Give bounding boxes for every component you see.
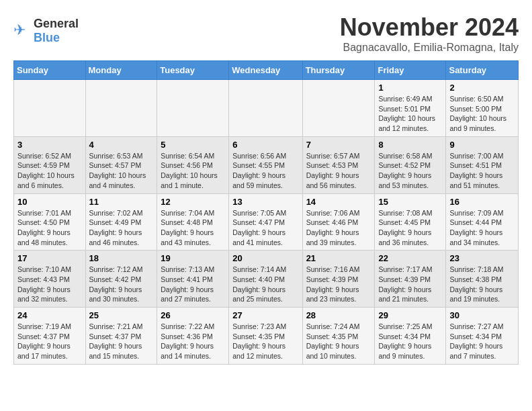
day-number: 17 [17,253,82,263]
logo: ✈ General Blue [13,17,79,45]
day-number: 10 [17,197,82,207]
day-number: 7 [306,140,371,150]
day-info: Sunrise: 7:24 AM Sunset: 4:35 PM Dayligh… [306,322,371,361]
day-info: Sunrise: 7:18 AM Sunset: 4:38 PM Dayligh… [449,265,515,304]
day-cell: 9Sunrise: 7:00 AM Sunset: 4:51 PM Daylig… [446,136,519,193]
header-cell-wednesday: Wednesday [229,61,302,80]
day-info: Sunrise: 7:22 AM Sunset: 4:36 PM Dayligh… [161,322,225,361]
day-number: 22 [378,253,442,263]
day-number: 1 [378,83,442,93]
day-cell: 6Sunrise: 6:56 AM Sunset: 4:55 PM Daylig… [229,136,302,193]
title-section: November 2024 Bagnacavallo, Emilia-Romag… [340,13,519,54]
day-info: Sunrise: 7:17 AM Sunset: 4:39 PM Dayligh… [378,265,442,304]
day-cell: 13Sunrise: 7:05 AM Sunset: 4:47 PM Dayli… [229,193,302,250]
day-cell: 21Sunrise: 7:16 AM Sunset: 4:39 PM Dayli… [302,250,375,308]
day-number: 12 [161,197,225,207]
day-info: Sunrise: 7:25 AM Sunset: 4:34 PM Dayligh… [378,322,442,361]
day-info: Sunrise: 7:21 AM Sunset: 4:37 PM Dayligh… [89,322,154,361]
header-cell-tuesday: Tuesday [157,61,229,80]
day-cell: 12Sunrise: 7:04 AM Sunset: 4:48 PM Dayli… [157,193,229,250]
day-number: 30 [449,310,515,320]
day-info: Sunrise: 7:14 AM Sunset: 4:40 PM Dayligh… [232,265,298,304]
day-cell [14,80,86,137]
calendar-table: SundayMondayTuesdayWednesdayThursdayFrid… [13,60,519,365]
day-number: 29 [378,310,442,320]
day-number: 4 [89,140,154,150]
day-number: 8 [378,140,442,150]
day-number: 6 [232,140,298,150]
day-number: 24 [17,310,82,320]
day-info: Sunrise: 6:56 AM Sunset: 4:55 PM Dayligh… [232,151,298,191]
day-cell: 3Sunrise: 6:52 AM Sunset: 4:59 PM Daylig… [14,136,86,193]
day-cell: 28Sunrise: 7:24 AM Sunset: 4:35 PM Dayli… [302,308,375,365]
day-cell: 14Sunrise: 7:06 AM Sunset: 4:46 PM Dayli… [302,193,375,250]
day-number: 28 [306,310,371,320]
day-cell: 4Sunrise: 6:53 AM Sunset: 4:57 PM Daylig… [85,136,157,193]
day-info: Sunrise: 7:01 AM Sunset: 4:50 PM Dayligh… [17,208,82,248]
day-info: Sunrise: 6:49 AM Sunset: 5:01 PM Dayligh… [378,94,442,134]
day-cell: 11Sunrise: 7:02 AM Sunset: 4:49 PM Dayli… [85,193,157,250]
day-cell: 15Sunrise: 7:08 AM Sunset: 4:45 PM Dayli… [375,193,446,250]
day-cell [85,80,157,137]
day-cell: 25Sunrise: 7:21 AM Sunset: 4:37 PM Dayli… [85,308,157,365]
day-number: 27 [232,310,298,320]
day-cell: 30Sunrise: 7:27 AM Sunset: 4:34 PM Dayli… [446,308,519,365]
day-info: Sunrise: 7:02 AM Sunset: 4:49 PM Dayligh… [89,208,154,248]
day-number: 23 [449,253,515,263]
day-number: 3 [17,140,82,150]
header-cell-saturday: Saturday [446,61,519,80]
day-info: Sunrise: 7:13 AM Sunset: 4:41 PM Dayligh… [161,265,225,304]
header-cell-sunday: Sunday [14,61,86,80]
header-cell-thursday: Thursday [302,61,375,80]
day-cell: 5Sunrise: 6:54 AM Sunset: 4:56 PM Daylig… [157,136,229,193]
day-info: Sunrise: 7:23 AM Sunset: 4:35 PM Dayligh… [232,322,298,361]
day-number: 13 [232,197,298,207]
day-info: Sunrise: 7:04 AM Sunset: 4:48 PM Dayligh… [161,208,225,248]
day-number: 26 [161,310,225,320]
day-info: Sunrise: 6:52 AM Sunset: 4:59 PM Dayligh… [17,151,82,191]
week-row-2: 3Sunrise: 6:52 AM Sunset: 4:59 PM Daylig… [14,136,519,193]
day-cell: 24Sunrise: 7:19 AM Sunset: 4:37 PM Dayli… [14,308,86,365]
logo-blue-text: Blue [34,31,60,44]
day-cell: 7Sunrise: 6:57 AM Sunset: 4:53 PM Daylig… [302,136,375,193]
day-number: 21 [306,253,371,263]
day-cell: 27Sunrise: 7:23 AM Sunset: 4:35 PM Dayli… [229,308,302,365]
day-cell [302,80,375,137]
day-number: 5 [161,140,225,150]
day-number: 11 [89,197,154,207]
day-info: Sunrise: 7:06 AM Sunset: 4:46 PM Dayligh… [306,208,371,248]
day-info: Sunrise: 6:50 AM Sunset: 5:00 PM Dayligh… [449,94,515,134]
day-info: Sunrise: 7:00 AM Sunset: 4:51 PM Dayligh… [449,151,515,191]
day-info: Sunrise: 6:54 AM Sunset: 4:56 PM Dayligh… [161,151,225,191]
day-number: 25 [89,310,154,320]
day-cell: 8Sunrise: 6:58 AM Sunset: 4:52 PM Daylig… [375,136,446,193]
day-cell: 29Sunrise: 7:25 AM Sunset: 4:34 PM Dayli… [375,308,446,365]
day-number: 19 [161,253,225,263]
header-cell-monday: Monday [85,61,157,80]
day-info: Sunrise: 6:58 AM Sunset: 4:52 PM Dayligh… [378,151,442,191]
day-cell [157,80,229,137]
day-info: Sunrise: 7:16 AM Sunset: 4:39 PM Dayligh… [306,265,371,304]
day-cell: 16Sunrise: 7:09 AM Sunset: 4:44 PM Dayli… [446,193,519,250]
day-info: Sunrise: 7:09 AM Sunset: 4:44 PM Dayligh… [449,208,515,248]
week-row-3: 10Sunrise: 7:01 AM Sunset: 4:50 PM Dayli… [14,193,519,250]
day-cell: 1Sunrise: 6:49 AM Sunset: 5:01 PM Daylig… [375,80,446,137]
day-info: Sunrise: 7:19 AM Sunset: 4:37 PM Dayligh… [17,322,82,361]
svg-text:✈: ✈ [13,21,26,38]
day-cell: 2Sunrise: 6:50 AM Sunset: 5:00 PM Daylig… [446,80,519,137]
header-cell-friday: Friday [375,61,446,80]
day-number: 15 [378,197,442,207]
day-number: 14 [306,197,371,207]
day-cell: 17Sunrise: 7:10 AM Sunset: 4:43 PM Dayli… [14,250,86,308]
logo-general-text: General [34,17,79,30]
day-number: 16 [449,197,515,207]
day-cell: 18Sunrise: 7:12 AM Sunset: 4:42 PM Dayli… [85,250,157,308]
day-cell: 19Sunrise: 7:13 AM Sunset: 4:41 PM Dayli… [157,250,229,308]
day-info: Sunrise: 7:05 AM Sunset: 4:47 PM Dayligh… [232,208,298,248]
day-cell [229,80,302,137]
day-info: Sunrise: 7:08 AM Sunset: 4:45 PM Dayligh… [378,208,442,248]
day-number: 20 [232,253,298,263]
week-row-5: 24Sunrise: 7:19 AM Sunset: 4:37 PM Dayli… [14,308,519,365]
day-info: Sunrise: 6:57 AM Sunset: 4:53 PM Dayligh… [306,151,371,191]
week-row-4: 17Sunrise: 7:10 AM Sunset: 4:43 PM Dayli… [14,250,519,308]
